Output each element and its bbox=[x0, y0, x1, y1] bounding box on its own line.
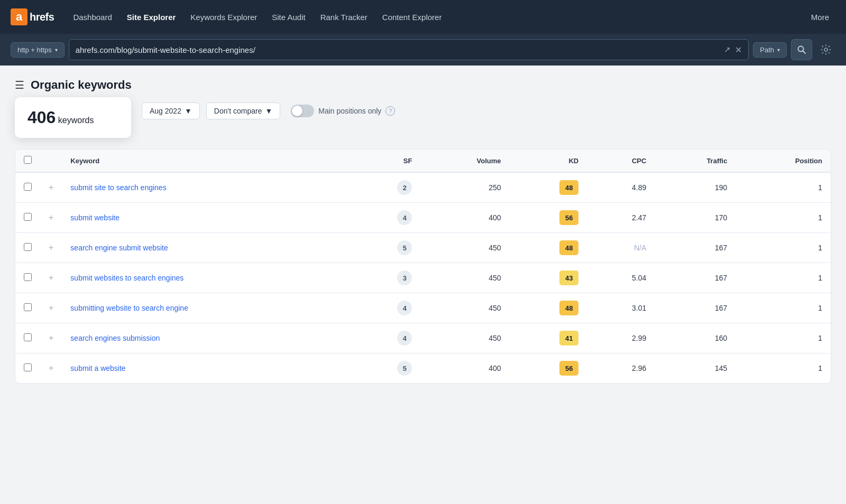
row-cpc-cell: 2.47 bbox=[587, 203, 655, 233]
row-checkbox[interactable] bbox=[24, 273, 32, 281]
row-traffic-cell: 190 bbox=[655, 172, 735, 203]
row-add-cell[interactable]: + bbox=[40, 293, 62, 323]
row-add-cell[interactable]: + bbox=[40, 323, 62, 353]
compare-button[interactable]: Don't compare ▼ bbox=[206, 102, 280, 119]
row-volume-cell: 450 bbox=[420, 323, 509, 353]
row-checkbox[interactable] bbox=[24, 243, 32, 251]
table-row: + submitting website to search engine 4 … bbox=[15, 293, 831, 323]
col-sf: SF bbox=[352, 150, 420, 172]
row-sf-cell: 3 bbox=[352, 263, 420, 293]
date-filter-button[interactable]: Aug 2022 ▼ bbox=[142, 102, 200, 119]
table-row: + search engines submission 4 450 41 2.9… bbox=[15, 323, 831, 353]
logo-text: hrefs bbox=[30, 11, 54, 23]
protocol-chevron-icon: ▾ bbox=[55, 47, 58, 53]
nav-keywords-explorer[interactable]: Keywords Explorer bbox=[184, 8, 263, 26]
keyword-link[interactable]: submit websites to search engines bbox=[70, 274, 183, 282]
row-position-cell: 1 bbox=[735, 293, 831, 323]
protocol-label: http + https bbox=[17, 46, 52, 54]
col-keyword: Keyword bbox=[62, 150, 352, 172]
row-position-cell: 1 bbox=[735, 233, 831, 263]
row-checkbox-cell bbox=[15, 172, 40, 203]
row-add-cell[interactable]: + bbox=[40, 172, 62, 203]
nav-content-explorer[interactable]: Content Explorer bbox=[376, 8, 448, 26]
row-checkbox[interactable] bbox=[24, 183, 32, 191]
search-button[interactable] bbox=[791, 39, 812, 60]
sf-badge: 5 bbox=[397, 361, 412, 376]
row-checkbox-cell bbox=[15, 323, 40, 353]
row-kd-cell: 43 bbox=[510, 263, 587, 293]
kd-badge: 41 bbox=[559, 331, 578, 346]
row-traffic-cell: 145 bbox=[655, 353, 735, 384]
keyword-count-card: 406 keywords bbox=[15, 97, 131, 138]
row-cpc-cell: 2.96 bbox=[587, 353, 655, 384]
main-content: ☰ Organic keywords 406 keywords Aug 2022… bbox=[0, 66, 846, 396]
row-keyword-cell: submit website bbox=[62, 203, 352, 233]
col-traffic: Traffic bbox=[655, 150, 735, 172]
keyword-link[interactable]: search engines submission bbox=[70, 334, 160, 342]
sf-badge: 2 bbox=[397, 180, 412, 195]
row-position-cell: 1 bbox=[735, 203, 831, 233]
row-kd-cell: 56 bbox=[510, 353, 587, 384]
row-kd-cell: 41 bbox=[510, 323, 587, 353]
row-cpc-cell: 3.01 bbox=[587, 293, 655, 323]
external-link-icon[interactable]: ↗ bbox=[724, 45, 731, 54]
protocol-button[interactable]: http + https ▾ bbox=[11, 42, 65, 58]
row-add-cell[interactable]: + bbox=[40, 233, 62, 263]
row-kd-cell: 56 bbox=[510, 203, 587, 233]
row-add-cell[interactable]: + bbox=[40, 203, 62, 233]
row-checkbox[interactable] bbox=[24, 333, 32, 341]
main-positions-toggle-wrap: Main positions only ? bbox=[291, 105, 395, 117]
compare-label: Don't compare bbox=[214, 107, 262, 115]
row-sf-cell: 4 bbox=[352, 293, 420, 323]
row-kd-cell: 48 bbox=[510, 172, 587, 203]
menu-icon[interactable]: ☰ bbox=[15, 79, 24, 91]
row-sf-cell: 4 bbox=[352, 323, 420, 353]
col-add bbox=[40, 150, 62, 172]
keyword-link[interactable]: submit a website bbox=[70, 364, 125, 372]
row-checkbox[interactable] bbox=[24, 303, 32, 311]
keyword-link[interactable]: search engine submit website bbox=[70, 244, 168, 252]
select-all-checkbox[interactable] bbox=[24, 156, 32, 164]
kd-badge: 43 bbox=[559, 270, 578, 285]
keyword-link[interactable]: submit site to search engines bbox=[70, 183, 166, 192]
col-cpc: CPC bbox=[587, 150, 655, 172]
row-add-cell[interactable]: + bbox=[40, 263, 62, 293]
keyword-link[interactable]: submitting website to search engine bbox=[70, 304, 188, 312]
table-row: + submit site to search engines 2 250 48… bbox=[15, 172, 831, 203]
row-add-cell[interactable]: + bbox=[40, 353, 62, 384]
kd-badge: 48 bbox=[559, 301, 578, 315]
row-checkbox[interactable] bbox=[24, 213, 32, 221]
row-volume-cell: 250 bbox=[420, 172, 509, 203]
logo[interactable]: a hrefs bbox=[11, 8, 54, 25]
nav-dashboard[interactable]: Dashboard bbox=[67, 8, 118, 26]
url-display[interactable]: ahrefs.com/blog/submit-website-to-search… bbox=[76, 45, 720, 54]
date-chevron-icon: ▼ bbox=[185, 107, 192, 115]
row-cpc-cell: 5.04 bbox=[587, 263, 655, 293]
row-checkbox-cell bbox=[15, 293, 40, 323]
row-volume-cell: 450 bbox=[420, 293, 509, 323]
table-row: + submit website 4 400 56 2.47 170 1 bbox=[15, 203, 831, 233]
path-button[interactable]: Path ▾ bbox=[753, 42, 787, 58]
svg-point-2 bbox=[824, 48, 827, 51]
main-positions-toggle[interactable] bbox=[291, 105, 314, 117]
col-kd: KD bbox=[510, 150, 587, 172]
help-icon[interactable]: ? bbox=[385, 106, 395, 116]
nav-more[interactable]: More bbox=[805, 8, 835, 26]
row-sf-cell: 2 bbox=[352, 172, 420, 203]
row-position-cell: 1 bbox=[735, 172, 831, 203]
main-positions-label: Main positions only bbox=[318, 107, 381, 115]
clear-url-icon[interactable]: ✕ bbox=[735, 45, 742, 55]
kd-badge: 56 bbox=[559, 361, 578, 376]
row-checkbox-cell bbox=[15, 233, 40, 263]
keyword-link[interactable]: submit website bbox=[70, 213, 119, 222]
nav-site-explorer[interactable]: Site Explorer bbox=[121, 8, 182, 26]
table-row: + submit a website 5 400 56 2.96 145 1 bbox=[15, 353, 831, 384]
settings-button[interactable] bbox=[816, 40, 835, 59]
row-keyword-cell: search engines submission bbox=[62, 323, 352, 353]
nav-site-audit[interactable]: Site Audit bbox=[265, 8, 311, 26]
row-cpc-cell: 2.99 bbox=[587, 323, 655, 353]
row-checkbox[interactable] bbox=[24, 363, 32, 371]
cpc-na: N/A bbox=[634, 244, 646, 252]
keyword-count-label: keywords bbox=[58, 116, 94, 125]
nav-rank-tracker[interactable]: Rank Tracker bbox=[314, 8, 374, 26]
